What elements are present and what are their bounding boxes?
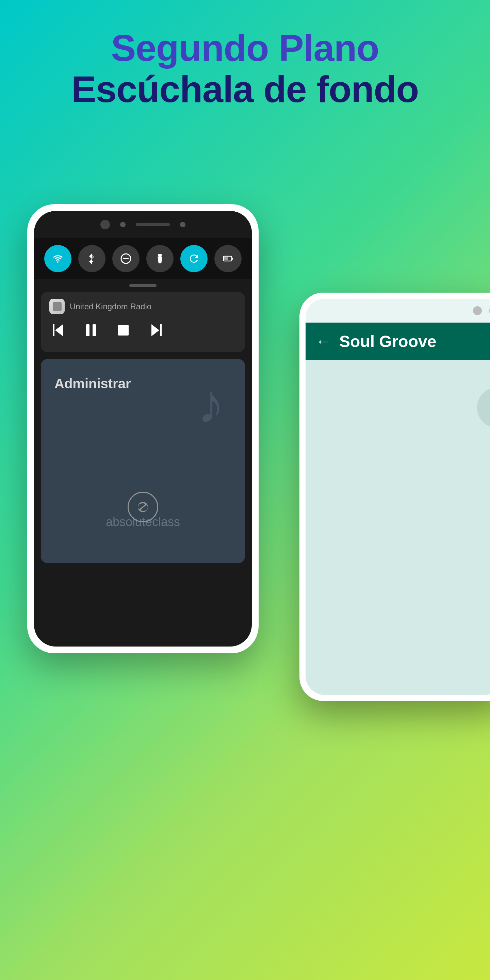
drag-indicator bbox=[129, 284, 156, 287]
pause-button[interactable] bbox=[82, 321, 100, 344]
header-section: Segundo Plano Escúchala de fondo bbox=[0, 27, 490, 110]
notification-header: United Kingdom Radio bbox=[49, 299, 237, 314]
sync-icon[interactable] bbox=[180, 245, 208, 272]
notification-card: United Kingdom Radio bbox=[41, 292, 245, 352]
app-content-area bbox=[305, 360, 490, 695]
header-title-line1: Segundo Plano bbox=[27, 27, 463, 68]
phone-camera-bar bbox=[34, 211, 252, 238]
app-header-bar: ← Soul Groove bbox=[305, 323, 490, 360]
svg-rect-5 bbox=[224, 257, 228, 260]
music-note-icon: ♪ bbox=[197, 372, 224, 435]
bluetooth-icon[interactable] bbox=[78, 245, 105, 272]
dnd-icon[interactable] bbox=[112, 245, 140, 272]
phone-right: ← Soul Groove bbox=[299, 293, 490, 701]
camera-dot2 bbox=[180, 222, 185, 227]
svg-rect-6 bbox=[53, 302, 62, 311]
app-station-title: Soul Groove bbox=[339, 332, 436, 351]
battery-icon[interactable] bbox=[215, 245, 242, 272]
svg-rect-8 bbox=[92, 324, 96, 336]
phones-container: United Kingdom Radio bbox=[0, 163, 490, 980]
phone-right-inner: ← Soul Groove bbox=[305, 299, 490, 695]
right-camera-dot bbox=[488, 308, 490, 313]
phone-right-camera-bar bbox=[305, 299, 490, 323]
wifi-icon[interactable] bbox=[44, 245, 72, 272]
prev-button[interactable] bbox=[49, 321, 68, 344]
mic-bar bbox=[136, 223, 170, 226]
bottom-circle-button[interactable] bbox=[127, 492, 158, 522]
camera-circle bbox=[100, 220, 110, 229]
status-bar bbox=[34, 238, 252, 279]
phone-left-inner: United Kingdom Radio bbox=[34, 211, 252, 646]
camera-dot bbox=[120, 222, 126, 227]
svg-rect-2 bbox=[158, 254, 162, 256]
next-button[interactable] bbox=[146, 321, 165, 344]
svg-rect-9 bbox=[118, 325, 129, 336]
app-name: United Kingdom Radio bbox=[70, 302, 151, 311]
blurred-content-area: Administrar ♪ absoluteclass bbox=[41, 359, 245, 563]
svg-rect-4 bbox=[232, 258, 233, 259]
admin-text[interactable]: Administrar bbox=[54, 376, 131, 391]
right-camera-circle bbox=[473, 306, 482, 315]
back-button[interactable]: ← bbox=[316, 333, 331, 350]
svg-rect-7 bbox=[86, 324, 89, 336]
flashlight-icon[interactable] bbox=[146, 245, 173, 272]
svg-rect-1 bbox=[123, 258, 129, 259]
stop-button[interactable] bbox=[114, 321, 133, 344]
header-title-line2: Escúchala de fondo bbox=[27, 68, 463, 110]
app-icon bbox=[49, 299, 65, 314]
decorative-circle bbox=[477, 387, 490, 428]
media-controls bbox=[49, 319, 237, 345]
phone-left: United Kingdom Radio bbox=[27, 204, 259, 653]
